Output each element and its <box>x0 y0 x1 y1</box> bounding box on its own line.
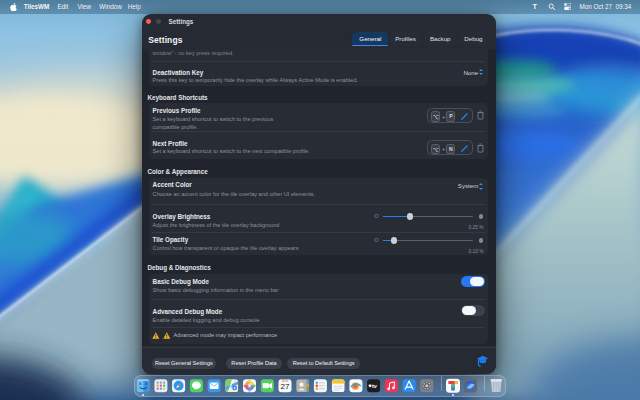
svg-text:tv: tv <box>372 383 378 389</box>
svg-text:27: 27 <box>281 382 290 391</box>
svg-text:MON: MON <box>282 379 288 383</box>
